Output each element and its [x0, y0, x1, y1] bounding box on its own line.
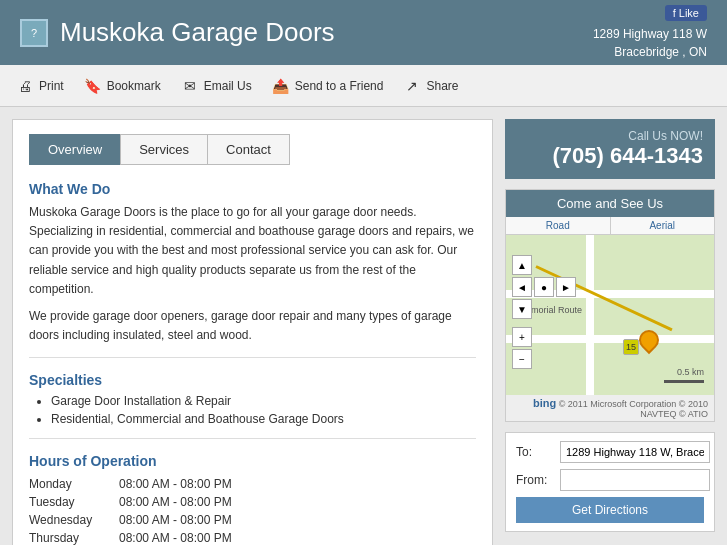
- tab-contact[interactable]: Contact: [207, 134, 290, 165]
- table-row: Tuesday08:00 AM - 08:00 PM: [29, 493, 476, 511]
- bookmark-icon: 🔖: [84, 77, 102, 95]
- main-wrap: Overview Services Contact What We Do Mus…: [0, 107, 727, 545]
- directions-box: To: From: Get Directions: [505, 432, 715, 532]
- map-road: [586, 235, 594, 395]
- dir-from-input[interactable]: [560, 469, 710, 491]
- map-east-btn[interactable]: ►: [556, 277, 576, 297]
- address-line2: Bracebridge , ON: [593, 43, 707, 61]
- map-footer: bing © 2011 Microsoft Corporation © 2010…: [506, 395, 714, 421]
- map-controls: ▲ ◄ ● ► ▼ + −: [512, 255, 576, 369]
- fb-icon: f: [673, 7, 676, 19]
- map-zoom-out-btn[interactable]: −: [512, 349, 532, 369]
- map-west-btn[interactable]: ◄: [512, 277, 532, 297]
- map-km-label: 0.5 km: [677, 367, 704, 377]
- call-label: Call Us NOW!: [517, 129, 703, 143]
- dir-from-label: From:: [516, 473, 554, 487]
- map-south-btn[interactable]: ▼: [512, 299, 532, 319]
- map-pin: [639, 330, 659, 350]
- site-title: Muskoka Garage Doors: [60, 17, 335, 48]
- list-item: Residential, Commercial and Boathouse Ga…: [51, 412, 476, 426]
- bing-logo: bing: [533, 397, 556, 409]
- email-label: Email Us: [204, 79, 252, 93]
- send-label: Send to a Friend: [295, 79, 384, 93]
- call-box: Call Us NOW! (705) 644-1343: [505, 119, 715, 179]
- specialties-title: Specialties: [29, 372, 476, 388]
- table-row: Thursday08:00 AM - 08:00 PM: [29, 529, 476, 545]
- fb-like-button[interactable]: f Like: [665, 5, 707, 21]
- share-button[interactable]: ↗ Share: [403, 77, 458, 95]
- send-button[interactable]: 📤 Send to a Friend: [272, 77, 384, 95]
- list-item: Garage Door Installation & Repair: [51, 394, 476, 408]
- map-tab-strip: Road Aerial: [506, 217, 714, 235]
- header-icon: ?: [20, 19, 48, 47]
- get-directions-button[interactable]: Get Directions: [516, 497, 704, 523]
- hours-table: Monday08:00 AM - 08:00 PMTuesday08:00 AM…: [29, 475, 476, 545]
- map-scale-bar: [664, 380, 704, 383]
- header-address: 1289 Highway 118 W Bracebridge , ON: [593, 25, 707, 61]
- day-cell: Thursday: [29, 529, 119, 545]
- print-icon: 🖨: [16, 77, 34, 95]
- map-header: Come and See Us: [506, 190, 714, 217]
- email-icon: ✉: [181, 77, 199, 95]
- header: ? Muskoka Garage Doors f Like 1289 Highw…: [0, 0, 727, 65]
- what-we-do-text2: We provide garage door openers, garage d…: [29, 307, 476, 345]
- dir-to-row: To:: [516, 441, 704, 463]
- header-left: ? Muskoka Garage Doors: [20, 17, 335, 48]
- print-button[interactable]: 🖨 Print: [16, 77, 64, 95]
- bookmark-label: Bookmark: [107, 79, 161, 93]
- send-icon: 📤: [272, 77, 290, 95]
- tabs: Overview Services Contact: [29, 134, 476, 165]
- map-north-btn[interactable]: ▲: [512, 255, 532, 275]
- hours-cell: 08:00 AM - 08:00 PM: [119, 529, 476, 545]
- map-area: morial Route ▲ ◄ ● ► ▼ + − 15: [506, 235, 714, 395]
- toolbar: 🖨 Print 🔖 Bookmark ✉ Email Us 📤 Send to …: [0, 65, 727, 107]
- table-row: Wednesday08:00 AM - 08:00 PM: [29, 511, 476, 529]
- map-highway-badge: 15: [623, 339, 639, 355]
- tab-services[interactable]: Services: [120, 134, 207, 165]
- fb-like-label: Like: [679, 7, 699, 19]
- share-icon: ↗: [403, 77, 421, 95]
- divider2: [29, 438, 476, 439]
- dir-to-label: To:: [516, 445, 554, 459]
- bookmark-button[interactable]: 🔖 Bookmark: [84, 77, 161, 95]
- map-tab-aerial[interactable]: Aerial: [611, 217, 715, 234]
- address-line1: 1289 Highway 118 W: [593, 25, 707, 43]
- map-zoom-in-btn[interactable]: +: [512, 327, 532, 347]
- header-right: f Like 1289 Highway 118 W Bracebridge , …: [593, 5, 707, 61]
- map-pin-marker: [635, 326, 663, 354]
- hours-cell: 08:00 AM - 08:00 PM: [119, 493, 476, 511]
- hours-title: Hours of Operation: [29, 453, 476, 469]
- call-number: (705) 644-1343: [517, 143, 703, 169]
- day-cell: Monday: [29, 475, 119, 493]
- dir-to-input[interactable]: [560, 441, 710, 463]
- what-we-do-text1: Muskoka Garage Doors is the place to go …: [29, 203, 476, 299]
- right-panel: Call Us NOW! (705) 644-1343 Come and See…: [505, 119, 715, 545]
- specialties-list: Garage Door Installation & Repair Reside…: [29, 394, 476, 426]
- share-label: Share: [426, 79, 458, 93]
- hours-cell: 08:00 AM - 08:00 PM: [119, 511, 476, 529]
- map-copyright: © 2011 Microsoft Corporation © 2010 NAVT…: [559, 399, 708, 419]
- map-center-btn[interactable]: ●: [534, 277, 554, 297]
- day-cell: Wednesday: [29, 511, 119, 529]
- day-cell: Tuesday: [29, 493, 119, 511]
- email-button[interactable]: ✉ Email Us: [181, 77, 252, 95]
- what-we-do-title: What We Do: [29, 181, 476, 197]
- divider1: [29, 357, 476, 358]
- hours-cell: 08:00 AM - 08:00 PM: [119, 475, 476, 493]
- left-panel: Overview Services Contact What We Do Mus…: [12, 119, 493, 545]
- map-box: Come and See Us Road Aerial morial Route…: [505, 189, 715, 422]
- map-tab-road[interactable]: Road: [506, 217, 611, 234]
- tab-overview[interactable]: Overview: [29, 134, 120, 165]
- dir-from-row: From:: [516, 469, 704, 491]
- print-label: Print: [39, 79, 64, 93]
- table-row: Monday08:00 AM - 08:00 PM: [29, 475, 476, 493]
